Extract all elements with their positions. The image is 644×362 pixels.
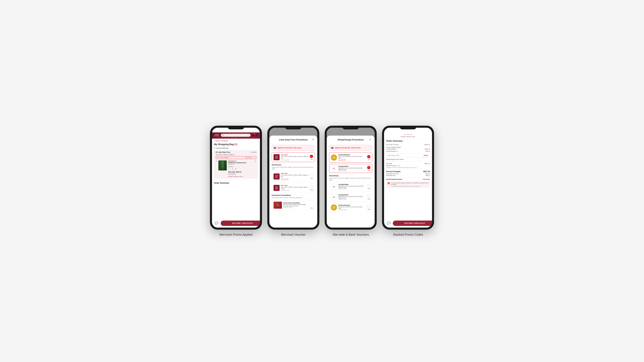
applied-banner: 🎟 Applied Promotion(s) - $20 saved (272, 145, 315, 151)
p1-header: iSHOP CHANGI 🔍 🛍 1 ☰ (212, 132, 260, 139)
promo-date-2: Till 7 Nov 2022 (281, 178, 308, 179)
tandc-maybank: T&Cs (368, 159, 371, 160)
quantity-control[interactable]: − 1 + (228, 167, 237, 171)
ishop-promo-link[interactable]: iShopChangi Promo Codes › (386, 159, 430, 160)
back-link[interactable]: ‹ Continue Shopping (214, 140, 258, 142)
promo-title-1: 20% OFF! (281, 154, 308, 156)
vouchers-sub-3: Simply click or tap into the eligible vo… (329, 177, 372, 181)
product-details: HENDRICK'S Hendrick's Amazonia Gin Volum… (228, 160, 253, 177)
winter80-code: ISCWINTER80 (338, 184, 366, 185)
exclusive-desc: Mix and match 2 House Party Essentials p… (283, 204, 309, 207)
vouchers-heading: Voucher(s) (272, 164, 315, 166)
modal-content-3[interactable]: 🎟 Applied Promotion(s) - $24.80 saved 🪙 … (327, 143, 375, 227)
rewards-note1: You may use your points to redeem for e-… (391, 182, 429, 185)
page-container: iSHOP CHANGI 🔍 🛍 1 ☰ (204, 126, 440, 237)
merchant-subtotal: Sub-Total: S$62.00 S$82.00 (216, 154, 256, 156)
logo-bottom: CHANGI (214, 135, 220, 136)
promo-info-2: 10% OFF! *Min. spend of $50 on Wines & S… (281, 173, 308, 180)
phone4-notch (400, 126, 416, 129)
product-volume: Volume: 1L (228, 164, 253, 165)
ishop-logo-winter30: iSHOPCHANGI (331, 165, 337, 171)
product-name: Hendrick's Amazonia Gin (228, 162, 253, 164)
exclusive-card[interactable]: 🍾 House Party Essentials Mix and match 2… (272, 200, 315, 210)
product-image (218, 160, 227, 170)
maybank20-code: ISCMAYBANK20 (338, 204, 366, 206)
arrival-collection-label: ✈ Arrival Collection (214, 147, 258, 149)
close-button-3[interactable]: ✕ (368, 138, 372, 141)
voucher-maybank20[interactable]: 🪙 ISCMAYBANK20 Enjoy 20% off with this e… (329, 203, 372, 212)
modal-content[interactable]: 🎟 Applied Promotion(s) - $20 saved LOTTE… (269, 143, 317, 227)
apply-button[interactable]: APPLY (422, 154, 430, 157)
merchant-card: ☑ Lotte Duty Free 1 item(s) Sub-Total: S… (214, 150, 258, 179)
qty-decrease[interactable]: − (228, 167, 231, 170)
promo-input-field[interactable] (386, 154, 422, 157)
order-summary-section: Order Summary Sub-Total (1 items) S$62.0… (386, 140, 430, 188)
promo-card-3[interactable]: LOTTEDUTYFREE 40% OFF! *Min. spend of $2… (272, 183, 315, 193)
promo-badge[interactable]: 🏷 1 Promo Applied See Promo › ⊙ (216, 156, 256, 159)
close-button[interactable]: ✕ (311, 138, 314, 141)
tandc-1: T&Cs (310, 159, 313, 160)
promo-info-3: 40% OFF! *Min. spend of $250 on Wines & … (281, 185, 308, 191)
winter15-date: Till 15 Nov 2022 (338, 199, 366, 200)
menu-icon[interactable]: ☰ (256, 134, 258, 137)
voucher-winter15[interactable]: iSHOPCHANGI ISCWINTER15 Applicable for A… (329, 193, 372, 202)
exclusive-info: House Party Essentials Mix and match 2 H… (283, 202, 309, 208)
phone2-notch (285, 126, 302, 129)
back-arrow: ‹ (214, 140, 214, 142)
promo-card-1[interactable]: LOTTEDUTYFREE 20% OFF! *Min. spend of $8… (272, 152, 315, 162)
modal-title-3: iShopChangi Promotions (333, 138, 368, 141)
product-row: ☑ HENDRICK'S Hendrick's Amazonia Gin Vol… (216, 160, 256, 177)
duty-absorbed-top: Duty Absorbed (386, 134, 430, 135)
qty-increase[interactable]: + (234, 167, 237, 170)
duty-text: Duty Absorbed (228, 174, 253, 175)
applied-text: Applied Promotion(s) - $20 saved (277, 147, 301, 149)
promo-icon: 🏷 (217, 157, 218, 158)
search-placeholder: 🔍 (222, 134, 249, 136)
applied-card-winter30[interactable]: iSHOPCHANGI ISCWINTER30 Applicable for A… (329, 164, 372, 173)
promo-info-1: 20% OFF! *Min. spend of $80 on Wines & S… (281, 154, 308, 161)
phone3-frame: iShopChangi Promotions ✕ 🎟 Applied Promo… (325, 126, 377, 230)
chat-button[interactable]: 💬 (214, 221, 219, 226)
winter80-info: ISCWINTER80 Applicable for ALL products … (338, 184, 366, 190)
item-count: 1 item(s) (250, 151, 256, 153)
vouchers-heading-3: Voucher(s) (329, 175, 372, 177)
points-badge: +30 Points (422, 178, 430, 180)
product-subtotal: Sub-Total: S$82.00 (228, 171, 253, 173)
applied-text-3: Applied Promotion(s) - $24.80 saved (334, 147, 360, 149)
coupon-icon-3: 🎟 (331, 146, 334, 149)
order-summary-title: Order Summary (214, 180, 258, 184)
tandc-winter80: T&Cs (368, 188, 371, 189)
search-bar[interactable]: 🔍 (221, 134, 250, 137)
p1-footer: 💬 SECURE CHECKOUT (212, 219, 260, 228)
modal-title: Lotte Duty Free Promotions (276, 138, 311, 141)
phone4-frame: Duty Absorbed Change Collection Point › … (382, 126, 434, 230)
maybank-info: ISCMAYBANK10 Enjoy 10% off with this exc… (338, 154, 366, 161)
phone3-screen: iShopChangi Promotions ✕ 🎟 Applied Promo… (327, 128, 375, 228)
voucher-winter80[interactable]: iSHOPCHANGI ISCWINTER80 Applicable for A… (329, 182, 372, 191)
promo-card-2[interactable]: LOTTEDUTYFREE 10% OFF! *Min. spend of $5… (272, 171, 315, 182)
rewards-note2: * Points earned will vary depending on y… (391, 186, 429, 187)
tandc-3: T&Cs (310, 189, 313, 191)
promo-date-3: Till 14 Nov 2022 (281, 190, 308, 191)
shipping-note: Shipping fee may be subjected to changes… (386, 167, 430, 168)
checkout-button-4[interactable]: SECURE CHECKOUT (393, 221, 432, 226)
delete-icon[interactable]: 🗑 (254, 160, 256, 162)
applied-check-winter30: ✓ (367, 166, 370, 169)
promo-desc-1: *Min. spend of $80 on Wines & Spirits, c… (281, 156, 308, 159)
maybank20-info: ISCMAYBANK20 Enjoy 20% off with this exc… (338, 204, 366, 210)
divider-top (386, 138, 430, 139)
checkout-button[interactable]: SECURE CHECKOUT (221, 221, 260, 226)
cart-icon-wrap[interactable]: 🛍 1 (252, 134, 254, 137)
change-collection-p4[interactable]: Change Collection Point › (386, 136, 430, 137)
phone4-column: Duty Absorbed Change Collection Point › … (382, 126, 434, 237)
ishop-logo-winter80: iSHOPCHANGI (331, 184, 337, 190)
promo-input-row[interactable]: APPLY (386, 153, 430, 158)
applied-card-maybank[interactable]: 🪙 ISCMAYBANK10 Enjoy 10% off with this e… (329, 152, 372, 163)
promo-title-2: 10% OFF! (281, 173, 308, 174)
maybank-desc: Enjoy 10% off with this exclusive promot… (338, 156, 366, 159)
chat-button-4[interactable]: 💬 (386, 221, 392, 226)
change-collection-link[interactable]: Change Collection Point › (228, 176, 253, 177)
winter80-date: Till 15 Nov 2022 (338, 188, 366, 190)
phone4-label: Stacked Promo Codes (393, 233, 423, 237)
unselected-2 (310, 174, 313, 177)
